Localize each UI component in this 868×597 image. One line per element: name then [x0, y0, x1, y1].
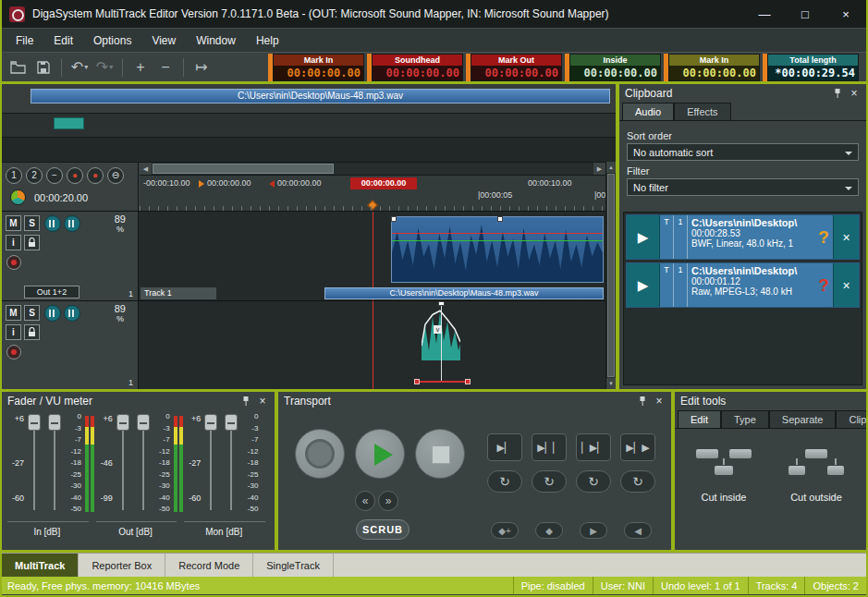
- clip-handle[interactable]: [497, 216, 503, 222]
- layout-2-tracks-button[interactable]: 2: [26, 167, 43, 184]
- loop-button[interactable]: ↻: [487, 470, 522, 493]
- fader-slider[interactable]: [137, 414, 150, 512]
- cut-outside-button[interactable]: Cut outside: [773, 440, 860, 503]
- pin-icon[interactable]: [241, 396, 251, 407]
- pan-envelope-line[interactable]: [392, 240, 603, 241]
- menu-window[interactable]: Window: [186, 29, 246, 52]
- lock-button[interactable]: [24, 324, 40, 340]
- playhead-line[interactable]: [373, 301, 373, 389]
- menu-view[interactable]: View: [141, 29, 186, 52]
- play-button[interactable]: [355, 429, 405, 479]
- mute-button[interactable]: M: [6, 215, 21, 231]
- cut-inside-button[interactable]: Cut inside: [680, 440, 767, 503]
- record-indicator-button[interactable]: ●: [67, 167, 83, 184]
- remove-item-button[interactable]: ×: [833, 215, 859, 259]
- tab-effects[interactable]: Effects: [674, 103, 730, 120]
- info-button[interactable]: i: [6, 235, 21, 250]
- tab-type[interactable]: Type: [721, 410, 769, 428]
- fader-slider[interactable]: [225, 414, 238, 512]
- record-indicator-button[interactable]: ●: [87, 167, 104, 184]
- record-button[interactable]: [295, 429, 345, 479]
- next-marker-button[interactable]: ▶: [580, 522, 607, 539]
- output-select[interactable]: Out 1+2: [24, 286, 79, 298]
- playhead-time-box[interactable]: 00:00:00.00: [350, 177, 417, 189]
- filter-select[interactable]: No filter: [627, 178, 859, 196]
- scroll-down-arrow[interactable]: ▼: [606, 378, 616, 389]
- menu-help[interactable]: Help: [246, 29, 289, 52]
- fader-thumb[interactable]: [28, 414, 41, 431]
- solo-button[interactable]: S: [24, 305, 40, 321]
- tab-singletrack[interactable]: SingleTrack: [253, 554, 334, 577]
- save-icon[interactable]: [32, 56, 55, 79]
- clipboard-item[interactable]: ▶ T 1 C:\Users\nin\Desktop\ 00:00:01.12 …: [626, 262, 860, 308]
- play-item-button[interactable]: ▶: [627, 215, 660, 259]
- fader-slider[interactable]: [28, 414, 41, 512]
- mark-in-flag-icon[interactable]: [199, 180, 204, 188]
- pin-icon[interactable]: [833, 88, 842, 99]
- menu-file[interactable]: File: [6, 29, 43, 52]
- fader-thumb[interactable]: [137, 414, 150, 431]
- minimize-button[interactable]: —: [744, 0, 785, 28]
- record-arm-button[interactable]: [6, 255, 21, 270]
- loop-button[interactable]: ↻: [532, 470, 567, 493]
- scrub-button[interactable]: SCRUB: [356, 519, 410, 540]
- record-arm-button[interactable]: [6, 345, 21, 359]
- scroll-up-arrow[interactable]: ▲: [606, 162, 616, 173]
- play-from-mark-button[interactable]: ▶▏▶: [620, 433, 655, 461]
- track-name-label[interactable]: Track 1: [141, 287, 216, 299]
- lock-button[interactable]: [24, 235, 40, 250]
- rewind-button[interactable]: «: [355, 491, 375, 511]
- add-marker-button[interactable]: ◆+: [491, 522, 519, 539]
- loop-button[interactable]: ↻: [620, 470, 655, 493]
- timeline-ruler[interactable]: -00:00:10.00 00:00:00.00 00:00:00.00 00:…: [140, 176, 605, 211]
- info-button[interactable]: i: [6, 324, 21, 340]
- meter-icon-button[interactable]: [64, 215, 80, 232]
- play-over-mark-button[interactable]: ▶▏▏: [532, 433, 567, 461]
- pin-icon[interactable]: [638, 396, 647, 407]
- mark-out-flag-icon[interactable]: [269, 180, 275, 188]
- overview-strip[interactable]: C:\Users\nin\Desktop\Maus-48.mp3.wav: [2, 84, 616, 162]
- forward-button[interactable]: »: [378, 491, 398, 511]
- crosshair-line[interactable]: [441, 301, 442, 382]
- close-panel-icon[interactable]: ×: [848, 87, 861, 100]
- envelope-marker[interactable]: v: [434, 325, 442, 334]
- clip-handle[interactable]: [391, 216, 397, 222]
- tab-edit[interactable]: Edit: [678, 410, 721, 428]
- close-panel-icon[interactable]: ×: [256, 395, 269, 408]
- remove-item-button[interactable]: ×: [833, 263, 859, 307]
- selection-handle[interactable]: [465, 379, 471, 384]
- meter-icon-button[interactable]: [44, 215, 61, 232]
- maximize-button[interactable]: □: [785, 0, 825, 28]
- tab-clip[interactable]: Clip & I: [836, 410, 866, 428]
- timeline-hscrollbar[interactable]: ◀ ▶: [140, 163, 605, 176]
- close-button[interactable]: ×: [825, 0, 866, 28]
- goto-marker-button[interactable]: ↦: [190, 56, 213, 79]
- track-lane[interactable]: Track 1 C:\Users\nin\Desktop\Maus-48.mp3…: [140, 212, 605, 300]
- overview-file-bar[interactable]: C:\Users\nin\Desktop\Maus-48.mp3.wav: [31, 89, 610, 104]
- loop-button[interactable]: ↻: [576, 470, 611, 493]
- meter-icon-button[interactable]: [44, 305, 61, 322]
- tab-multitrack[interactable]: MultiTrack: [2, 554, 79, 577]
- fader-thumb[interactable]: [225, 414, 238, 431]
- layout-1-track-button[interactable]: 1: [6, 167, 22, 184]
- menu-options[interactable]: Options: [83, 29, 141, 52]
- tab-reporter-box[interactable]: Reporter Box: [79, 554, 165, 577]
- menu-edit[interactable]: Edit: [43, 29, 83, 52]
- goto-marker-button[interactable]: ◆: [535, 522, 563, 539]
- zoom-in-button[interactable]: +: [129, 56, 152, 79]
- play-selection-button[interactable]: ▏▶▏: [576, 433, 611, 461]
- sort-order-select[interactable]: No automatic sort: [627, 143, 859, 161]
- open-folder-icon[interactable]: [7, 56, 30, 79]
- fader-thumb[interactable]: [116, 414, 129, 431]
- playhead-marker-icon[interactable]: [367, 200, 377, 210]
- volume-envelope-line[interactable]: [392, 233, 603, 234]
- fader-thumb[interactable]: [48, 414, 61, 431]
- tab-separate[interactable]: Separate: [769, 410, 837, 428]
- selection-handle[interactable]: [414, 379, 420, 384]
- tab-audio[interactable]: Audio: [622, 103, 674, 120]
- meter-icon-button[interactable]: [64, 305, 80, 322]
- fader-slider[interactable]: [204, 414, 217, 512]
- undo-button[interactable]: ↶▾: [68, 56, 91, 79]
- play-item-button[interactable]: ▶: [627, 263, 660, 307]
- track-lane[interactable]: v: [140, 301, 605, 389]
